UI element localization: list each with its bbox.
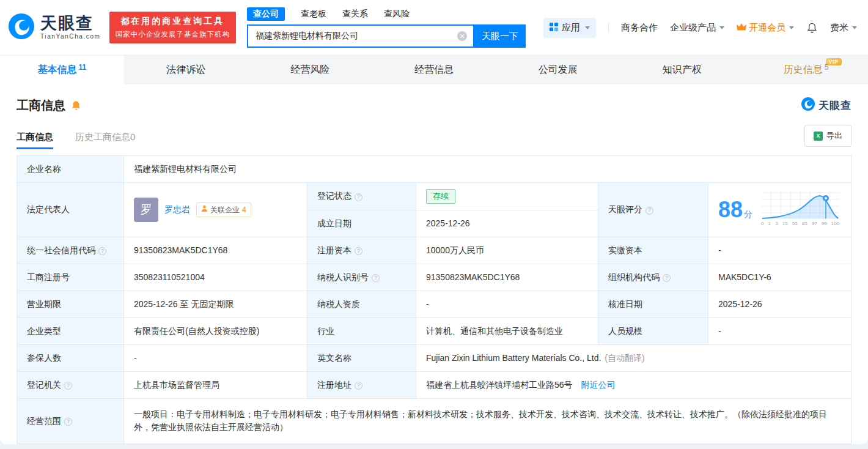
est-date-label: 成立日期 — [307, 210, 416, 237]
apps-menu[interactable]: 应用 — [543, 18, 596, 38]
header: 天眼查 TianYanCha.com 都在用的商业查询工具 国家中小企业发展子基… — [0, 0, 868, 55]
subtab-row: 工商信息 历史工商信息0 X 导出 — [17, 125, 851, 149]
biz-cooperation-link[interactable]: 商务合作 — [621, 22, 658, 34]
help-icon[interactable]: ? — [64, 382, 72, 390]
search-tab-risk[interactable]: 查风险 — [384, 9, 410, 20]
staff-size-label: 人员规模 — [598, 317, 708, 344]
term-label: 营业期限 — [17, 291, 124, 317]
top-navigation: 应用 商务合作 企业级产品 开通会员 费米 — [543, 18, 857, 38]
vip-upgrade-label: 开通会员 — [749, 22, 785, 34]
reg-capital-label: 注册资本? — [307, 237, 416, 264]
term-value: 2025-12-26 至 无固定期限 — [124, 291, 307, 317]
credit-code-label: 统一社会信用代码? — [17, 237, 124, 264]
notification-bell-icon[interactable] — [806, 22, 818, 34]
nav-tab-history-info[interactable]: VIP 历史信息 5 — [744, 56, 868, 84]
promo-banner: 都在用的商业查询工具 国家中小企业发展子基金旗下机构 — [109, 12, 237, 43]
nearby-companies-link[interactable]: 附近公司 — [581, 380, 615, 390]
watermark-logo-icon — [801, 97, 815, 114]
field-label-text: 注册资本 — [317, 245, 351, 255]
nav-tab-label: 基本信息 — [38, 64, 77, 76]
export-button-label: 导出 — [826, 130, 842, 141]
vip-upgrade-link[interactable]: 开通会员 — [737, 22, 794, 34]
nav-tab-intellectual-property[interactable]: 知识产权 — [620, 56, 744, 84]
subtab-history-business-info[interactable]: 历史工商信息0 — [75, 132, 135, 149]
subscribe-bell-icon[interactable] — [70, 100, 82, 111]
scope-label: 经营范围? — [17, 398, 124, 443]
nav-tab-label: 经营风险 — [290, 64, 329, 76]
search-input[interactable] — [248, 31, 450, 41]
legal-rep-name-link[interactable]: 罗忠岩 — [164, 203, 190, 216]
reg-status-label: 登记状态? — [307, 183, 416, 210]
score-chart-ticks: 0131555859799100 — [761, 220, 839, 228]
nav-tab-company-development[interactable]: 公司发展 — [496, 56, 620, 84]
help-icon[interactable]: ? — [355, 247, 362, 255]
help-icon[interactable]: ? — [98, 247, 106, 255]
company-type-value: 有限责任公司(自然人投资或控股) — [124, 317, 307, 344]
chevron-down-icon — [789, 26, 794, 29]
enterprise-products-label: 企业级产品 — [670, 22, 716, 34]
field-label-text: 组织机构代码 — [608, 272, 660, 282]
chevron-down-icon — [585, 26, 590, 29]
help-icon[interactable]: ? — [64, 418, 72, 426]
promo-line1: 都在用的商业查询工具 — [116, 16, 230, 27]
brand-name: 天眼查 — [40, 15, 101, 32]
field-label-text: 登记机关 — [27, 380, 61, 390]
nav-tab-label: 历史信息 — [784, 64, 823, 76]
address-label: 注册地址? — [307, 371, 416, 398]
search-tab-company[interactable]: 查公司 — [247, 7, 285, 21]
tax-quality-value: - — [416, 291, 598, 317]
legal-rep-avatar[interactable]: 罗 — [134, 198, 158, 222]
company-name-value: 福建紫新锂电材料有限公司 — [124, 156, 851, 183]
apps-menu-label: 应用 — [562, 22, 580, 34]
english-name-text: Fujian Zixin Lithium Battery Materials C… — [426, 353, 601, 363]
industry-label: 行业 — [307, 317, 416, 344]
enterprise-products-menu[interactable]: 企业级产品 — [670, 22, 724, 34]
user-menu[interactable]: 费米 — [830, 22, 857, 34]
help-icon[interactable]: ? — [355, 193, 362, 201]
related-companies-badge[interactable]: 关联企业 4 — [196, 202, 251, 217]
nav-tab-operating-info[interactable]: 经营信息 — [372, 56, 496, 84]
chevron-down-icon — [719, 26, 724, 29]
authority-label: 登记机关? — [17, 371, 124, 398]
nav-tab-legal[interactable]: 法律诉讼 — [124, 56, 248, 84]
field-label-text: 统一社会信用代码 — [27, 245, 95, 255]
brand-domain: TianYanCha.com — [40, 34, 101, 40]
scope-value: 一般项目：电子专用材料制造；电子专用材料研发；电子专用材料销售；新材料技术研发；… — [124, 398, 851, 443]
main-nav: 基本信息 11 法律诉讼 经营风险 经营信息 公司发展 知识产权 VIP 历史信… — [0, 55, 868, 84]
search-tab-boss[interactable]: 查老板 — [301, 9, 326, 20]
brand-logo[interactable]: 天眼查 TianYanCha.com — [7, 12, 101, 43]
username: 费米 — [830, 22, 848, 34]
brand-logo-text: 天眼查 TianYanCha.com — [40, 15, 101, 40]
address-text: 福建省上杭县蛟洋镇坪埔村工业路56号 — [426, 380, 573, 390]
search-submit-button[interactable]: 天眼一下 — [474, 24, 526, 48]
watermark-text: 天眼查 — [818, 98, 851, 113]
tax-quality-label: 纳税人资质 — [307, 291, 416, 317]
staff-size-value: - — [708, 317, 851, 344]
nav-tab-label: 公司发展 — [539, 64, 578, 76]
reg-capital-value: 10000万人民币 — [416, 237, 598, 264]
help-icon[interactable]: ? — [663, 274, 671, 282]
company-name-label: 企业名称 — [17, 156, 124, 183]
paid-capital-label: 实缴资本 — [598, 237, 708, 264]
insured-count-label: 参保人数 — [17, 344, 124, 371]
score-chart: 0131555859799100 — [761, 191, 839, 228]
person-icon — [201, 204, 208, 215]
subtab-business-info[interactable]: 工商信息 — [17, 132, 53, 149]
business-info-card: 工商信息 天眼查 工商信息 历史工商信息0 X 导出 企业名称 福建紫新锂电材料… — [0, 84, 868, 444]
english-name-value: Fujian Zixin Lithium Battery Materials C… — [416, 344, 851, 371]
field-label-text: 天眼评分 — [608, 204, 642, 214]
nav-tab-operating-risk[interactable]: 经营风险 — [248, 56, 372, 84]
help-icon[interactable]: ? — [645, 207, 653, 215]
english-name-label: 英文名称 — [307, 344, 416, 371]
search-tab-relation[interactable]: 查关系 — [342, 9, 368, 20]
help-icon[interactable]: ? — [372, 274, 380, 282]
export-button[interactable]: X 导出 — [804, 125, 851, 147]
credit-code-value: 91350823MAK5DC1Y68 — [124, 237, 307, 264]
tax-id-label: 纳税人识别号? — [307, 264, 416, 291]
clear-search-icon[interactable]: ✕ — [457, 31, 467, 41]
nav-tab-basic-info[interactable]: 基本信息 11 — [0, 56, 124, 84]
search-area: 查公司 查老板 查关系 查风险 ✕ 天眼一下 — [247, 7, 526, 48]
tax-id-value: 91350823MAK5DC1Y68 — [416, 264, 598, 291]
help-icon[interactable]: ? — [355, 382, 362, 390]
related-companies-label: 关联企业 — [210, 204, 240, 215]
